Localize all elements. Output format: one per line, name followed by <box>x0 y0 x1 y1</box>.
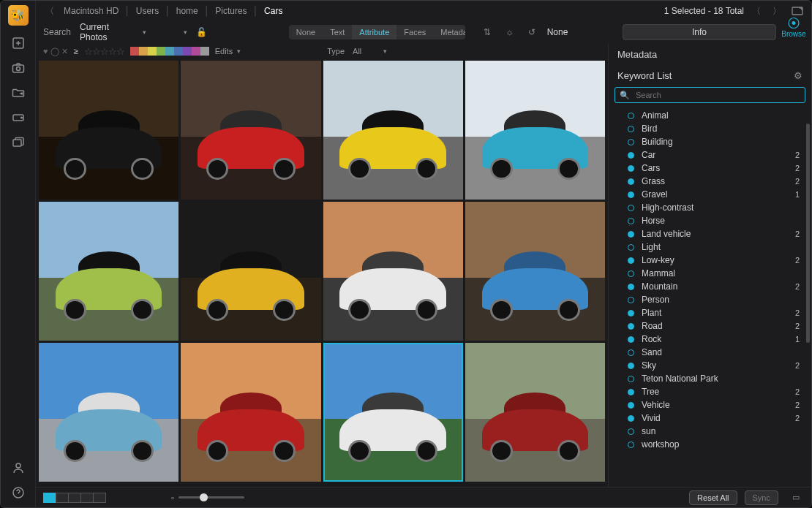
keyword-item[interactable]: workshop <box>609 438 811 451</box>
brightness-icon[interactable]: ☼ <box>504 26 515 38</box>
list-view-icon[interactable] <box>68 493 81 503</box>
keyword-toggle-icon[interactable] <box>628 218 634 224</box>
filter-none[interactable]: None <box>289 25 323 39</box>
rating-stars[interactable]: ☆☆☆☆☆ <box>84 46 124 57</box>
keyword-item[interactable]: Horse <box>609 214 811 227</box>
keyword-item[interactable]: Car2 <box>609 148 811 162</box>
add-icon[interactable] <box>11 36 26 50</box>
keyword-item[interactable]: Vivid2 <box>609 412 811 425</box>
single-view-icon[interactable] <box>93 493 106 503</box>
filter-metadata[interactable]: Metadata <box>433 25 465 39</box>
keyword-toggle-icon[interactable] <box>628 192 634 198</box>
filter-faces[interactable]: Faces <box>396 25 433 39</box>
keyword-item[interactable]: Light <box>609 240 811 254</box>
grid-view-icon[interactable] <box>43 493 56 503</box>
browse-mode-button[interactable]: ⦿ Browse <box>781 17 807 38</box>
keyword-item[interactable]: Sky2 <box>609 359 811 372</box>
prev-icon[interactable]: 〈 <box>751 5 762 17</box>
keyword-toggle-icon[interactable] <box>628 231 634 238</box>
back-icon[interactable]: 〈 <box>44 5 56 17</box>
app-logo[interactable]: 🐝 <box>8 5 29 26</box>
keyword-toggle-icon[interactable] <box>628 284 634 290</box>
windows-icon[interactable] <box>11 135 26 150</box>
thumbnail-size-slider[interactable]: ▫ <box>171 493 244 502</box>
thumbnail[interactable] <box>181 343 320 482</box>
undo-icon[interactable]: ↺ <box>527 26 538 38</box>
keyword-toggle-icon[interactable] <box>628 310 634 316</box>
user-icon[interactable] <box>11 460 26 475</box>
search-scope[interactable]: Current Photos <box>80 22 134 42</box>
keyword-toggle-icon[interactable] <box>628 376 634 382</box>
sort-icon[interactable]: ⇅ <box>482 26 493 38</box>
filter-attribute[interactable]: Attribute <box>352 25 396 39</box>
thumbnail[interactable] <box>39 202 178 341</box>
keyword-toggle-icon[interactable] <box>628 441 634 448</box>
rating-hearts[interactable]: ♥ ◯ ✕ <box>43 47 68 56</box>
split-view-icon[interactable] <box>80 493 94 503</box>
thumbnail[interactable] <box>181 202 320 341</box>
panel-toggle-icon[interactable]: ▭ <box>790 492 802 504</box>
keyword-toggle-icon[interactable] <box>628 323 634 330</box>
keyword-item[interactable]: Land vehicle2 <box>609 227 811 240</box>
keyword-search-input[interactable] <box>634 90 800 100</box>
thumbnail[interactable] <box>465 202 605 341</box>
keyword-toggle-icon[interactable] <box>628 363 634 369</box>
keyword-item[interactable]: Gravel1 <box>609 188 811 201</box>
keyword-item[interactable]: Mammal <box>609 267 811 280</box>
thumbnail[interactable] <box>465 343 605 482</box>
folder-in-icon[interactable] <box>11 86 26 100</box>
camera-icon[interactable] <box>11 61 26 75</box>
keyword-toggle-icon[interactable] <box>628 126 634 132</box>
filter-text[interactable]: Text <box>323 25 352 39</box>
keyword-toggle-icon[interactable] <box>628 244 634 251</box>
keyword-item[interactable]: Rock1 <box>609 333 811 346</box>
keyword-item[interactable]: Plant2 <box>609 306 811 319</box>
reset-all-button[interactable]: Reset All <box>689 490 737 505</box>
unlock-icon[interactable]: 🔓 <box>196 27 207 37</box>
keyword-toggle-icon[interactable] <box>628 270 634 277</box>
keyword-toggle-icon[interactable] <box>628 349 634 356</box>
thumbnail[interactable] <box>181 61 320 200</box>
thumbnail[interactable] <box>39 343 178 482</box>
keyword-toggle-icon[interactable] <box>628 139 634 145</box>
keyword-toggle-icon[interactable] <box>628 165 634 172</box>
breadcrumb[interactable]: Macintosh HD│Users│home│Pictures│Cars <box>62 6 284 16</box>
keyword-item[interactable]: Bird <box>609 122 811 135</box>
keyword-toggle-icon[interactable] <box>628 336 634 343</box>
chevron-down-icon[interactable]: ▾ <box>143 29 146 36</box>
zoom-out-icon[interactable]: ▫ <box>171 493 174 502</box>
edits-dropdown[interactable]: Edits▾ <box>215 47 242 56</box>
keyword-item[interactable]: Vehicle2 <box>609 398 811 412</box>
keyword-toggle-icon[interactable] <box>628 152 634 159</box>
thumbnail[interactable] <box>39 61 178 200</box>
keyword-item[interactable]: Building <box>609 135 811 148</box>
sync-button[interactable]: Sync <box>745 490 778 505</box>
keyword-toggle-icon[interactable] <box>628 402 634 409</box>
keyword-item[interactable]: Sand <box>609 346 811 359</box>
keyword-item[interactable]: Teton National Park <box>609 372 811 385</box>
keyword-item[interactable]: Cars2 <box>609 162 811 175</box>
keyword-toggle-icon[interactable] <box>628 297 634 303</box>
color-swatches[interactable] <box>130 47 209 56</box>
keyword-item[interactable]: Road2 <box>609 319 811 333</box>
drive-icon[interactable] <box>11 110 26 125</box>
info-button[interactable]: Info <box>623 24 776 40</box>
keyword-toggle-icon[interactable] <box>628 415 634 422</box>
thumbnail[interactable] <box>323 343 463 482</box>
thumbnail[interactable] <box>465 61 605 200</box>
gear-icon[interactable]: ⚙ <box>794 70 802 81</box>
new-window-icon[interactable] <box>792 5 803 17</box>
keyword-toggle-icon[interactable] <box>628 178 634 185</box>
thumbnail[interactable] <box>323 202 463 341</box>
thumbnail[interactable] <box>323 61 463 200</box>
keyword-item[interactable]: Person <box>609 293 811 306</box>
sort-dropdown[interactable]: None <box>547 27 568 37</box>
keyword-item[interactable]: Tree2 <box>609 385 811 398</box>
chevron-down-icon[interactable]: ▾ <box>184 29 187 36</box>
keyword-toggle-icon[interactable] <box>628 113 634 119</box>
keyword-toggle-icon[interactable] <box>628 205 634 211</box>
type-dropdown[interactable]: Type All▾ <box>327 47 388 56</box>
gte-icon[interactable]: ≥ <box>74 47 78 56</box>
keyword-toggle-icon[interactable] <box>628 389 634 395</box>
view-mode-segment[interactable] <box>43 493 105 503</box>
